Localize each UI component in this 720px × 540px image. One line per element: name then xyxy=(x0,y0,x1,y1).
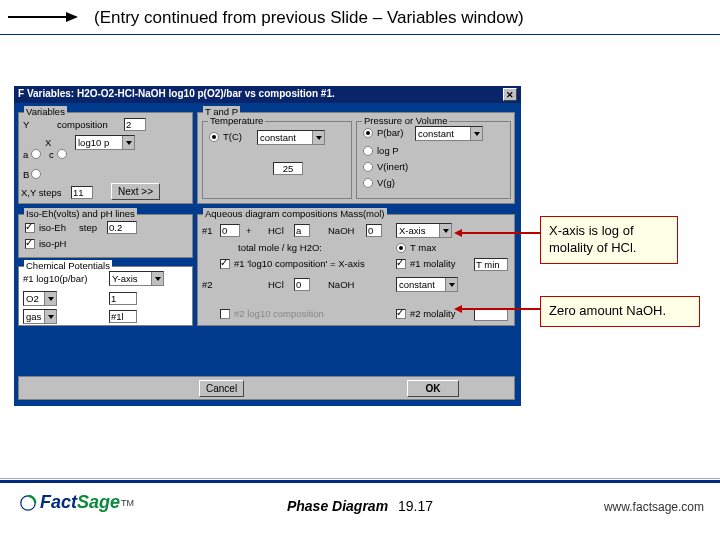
radio-tc[interactable] xyxy=(209,132,219,142)
chk-ph[interactable] xyxy=(25,239,35,249)
log10p-select[interactable]: log10 p xyxy=(75,135,135,150)
row1-v1[interactable]: 0 xyxy=(220,224,240,237)
total-label: total mole / kg H2O: xyxy=(238,242,322,253)
variables-window: F Variables: H2O-O2-HCl-NaOH log10 p(O2)… xyxy=(14,86,521,406)
logp-label: log P xyxy=(377,145,399,156)
ok-button[interactable]: OK xyxy=(407,380,459,397)
radio-a[interactable] xyxy=(31,149,41,159)
row1-num: #1 xyxy=(202,225,213,236)
divider-top xyxy=(0,34,720,35)
composition-label: composition xyxy=(57,119,108,130)
chk1a[interactable] xyxy=(220,259,230,269)
chk-eh[interactable] xyxy=(25,223,35,233)
step-input[interactable]: 0.2 xyxy=(107,221,137,234)
row1-xaxis[interactable]: X-axis xyxy=(396,223,452,238)
callout-naoh: Zero amount NaOH. xyxy=(540,296,700,327)
titlebar: F Variables: H2O-O2-HCl-NaOH log10 p(O2)… xyxy=(14,86,521,103)
footer-url: www.factsage.com xyxy=(604,500,704,514)
yaxis-select[interactable]: Y-axis xyxy=(109,271,164,286)
legend-aqueous: Aqueous diagram compositions Mass(mol) xyxy=(203,208,387,219)
ph-label: iso-pH xyxy=(39,238,66,249)
row2-naoh: NaOH xyxy=(328,279,354,290)
fieldset-temperature: Temperature T(C) constant 25 xyxy=(202,121,352,199)
fieldset-iso: Iso-Eh(volts) and pH lines iso-Eh step 0… xyxy=(18,214,193,258)
legend-temperature: Temperature xyxy=(208,115,265,126)
row1-b[interactable]: 0 xyxy=(366,224,382,237)
h1-label: #1 log10(p/bar) xyxy=(23,273,87,284)
radio-logp[interactable] xyxy=(363,146,373,156)
radio-tmax[interactable] xyxy=(396,243,406,253)
eh-label: iso-Eh xyxy=(39,222,66,233)
chk1b[interactable] xyxy=(396,259,406,269)
o2-input[interactable]: 1 xyxy=(109,292,137,305)
radio-b[interactable] xyxy=(31,169,41,179)
next-button[interactable]: Next >> xyxy=(111,183,160,200)
row1-hcl: HCl xyxy=(268,225,284,236)
radio-vgas[interactable] xyxy=(363,178,373,188)
chk2b-label: #2 molality xyxy=(410,308,455,319)
row2-num: #2 xyxy=(202,279,213,290)
step-label: step xyxy=(79,222,97,233)
chk2a[interactable] xyxy=(220,309,230,319)
chk1a-label: #1 'log10 composition' = X-axis xyxy=(234,258,365,269)
cancel-button[interactable]: Cancel xyxy=(199,380,244,397)
slide-title: (Entry continued from previous Slide – V… xyxy=(94,8,524,28)
window-title: F Variables: H2O-O2-HCl-NaOH log10 p(O2)… xyxy=(18,88,335,101)
xysteps-input[interactable]: 11 xyxy=(71,186,93,199)
tmax-label: T max xyxy=(410,242,436,253)
button-bar: Cancel OK xyxy=(18,376,515,400)
y-label: Y xyxy=(23,119,29,130)
x-label: X xyxy=(45,137,51,148)
row1-naoh: NaOH xyxy=(328,225,354,236)
row1-plus: + xyxy=(246,225,252,236)
legend-pressure: Pressure or Volume xyxy=(362,115,449,126)
xysteps-label: X,Y steps xyxy=(21,187,62,198)
callout-arrow-2 xyxy=(462,308,540,310)
row2-hcl: HCl xyxy=(268,279,284,290)
h1l-input[interactable]: #1l xyxy=(109,310,137,323)
row1-a[interactable]: a xyxy=(294,224,310,237)
fieldset-chempot: Chemical Potentials #1 log10(p/bar) Y-ax… xyxy=(18,266,193,326)
legend-iso: Iso-Eh(volts) and pH lines xyxy=(24,208,137,219)
tmin-input[interactable]: T min xyxy=(474,258,508,271)
divider-bottom xyxy=(0,480,720,483)
t-input[interactable]: 25 xyxy=(273,162,303,175)
fieldset-variables: Variables Y composition 2 X log10 p a c … xyxy=(18,112,193,204)
pbar-select[interactable]: constant xyxy=(415,126,483,141)
o2-select[interactable]: O2 xyxy=(23,291,57,306)
fieldset-pressure: Pressure or Volume P(bar) constant log P… xyxy=(356,121,511,199)
a-label: a xyxy=(23,149,28,160)
legend-variables: Variables xyxy=(24,106,67,117)
row2-const[interactable]: constant xyxy=(396,277,458,292)
composition-input[interactable]: 2 xyxy=(124,118,146,131)
radio-c[interactable] xyxy=(57,149,67,159)
tc-select[interactable]: constant xyxy=(257,130,325,145)
continuation-arrow xyxy=(8,14,80,20)
legend-chempot: Chemical Potentials xyxy=(24,260,112,271)
b-label: B xyxy=(23,169,29,180)
fieldset-tandp: T and P Temperature T(C) constant 25 Pre… xyxy=(197,112,515,204)
pbar-label: P(bar) xyxy=(377,127,403,138)
vgas-label: V(g) xyxy=(377,177,395,188)
row2-a[interactable]: 0 xyxy=(294,278,310,291)
chk2a-label: #2 log10 composition xyxy=(234,308,324,319)
c-label: c xyxy=(49,149,54,160)
close-icon[interactable]: ✕ xyxy=(503,88,517,101)
chk1b-label: #1 molality xyxy=(410,258,455,269)
tc-label: T(C) xyxy=(223,131,242,142)
vinert-label: V(inert) xyxy=(377,161,408,172)
gas-select[interactable]: gas xyxy=(23,309,57,324)
radio-vinert[interactable] xyxy=(363,162,373,172)
radio-pbar[interactable] xyxy=(363,128,373,138)
callout-xaxis: X-axis is log of molality of HCl. xyxy=(540,216,678,264)
divider-bottom-light xyxy=(0,478,720,479)
chk2b[interactable] xyxy=(396,309,406,319)
callout-arrow-1 xyxy=(462,232,540,234)
